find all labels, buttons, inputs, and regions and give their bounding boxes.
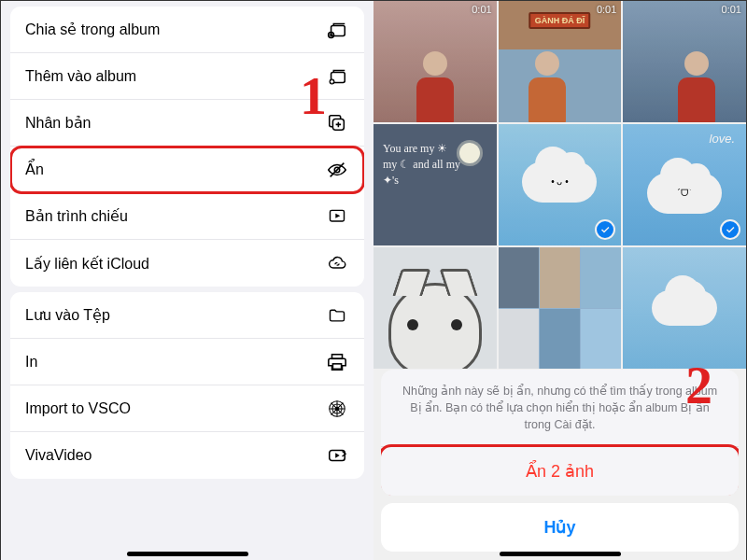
hide-icon: [325, 158, 349, 182]
duplicate-icon: [325, 111, 349, 135]
vsco-icon: [325, 397, 349, 421]
menu-item-label: Import to VSCO: [25, 400, 131, 417]
hide-item[interactable]: Ẩn: [10, 147, 364, 193]
share-album-item[interactable]: Chia sẻ trong album: [10, 7, 364, 53]
menu-item-label: Lưu vào Tệp: [25, 306, 110, 324]
menu-item-label: Lấy liên kết iCloud: [25, 255, 149, 273]
icloud-link-item[interactable]: Lấy liên kết iCloud: [10, 240, 364, 287]
vivavideo-icon: [325, 443, 349, 468]
menu-item-label: Chia sẻ trong album: [25, 21, 160, 38]
menu-item-label: Bản trình chiếu: [25, 207, 128, 225]
print-item[interactable]: In: [10, 339, 364, 385]
menu-item-label: Thêm vào album: [25, 68, 136, 85]
home-indicator: [127, 552, 248, 556]
icloud-link-icon: [325, 251, 349, 275]
step-marker-1: 1: [300, 64, 327, 127]
step-marker-2: 2: [685, 354, 712, 416]
folder-icon: [325, 303, 349, 328]
photo-grid-pane: 0:01 0:01 GÀNH ĐÁ ĐĨ 0:01 You are my ☀ m…: [374, 1, 746, 560]
actionsheet-overlay: Những ảnh này sẽ bị ẩn, nhưng có thể tìm…: [374, 1, 746, 560]
cancel-button[interactable]: Hủy: [381, 503, 739, 552]
album-add-icon: [325, 64, 349, 89]
import-vsco-item[interactable]: Import to VSCO: [10, 385, 364, 432]
menu-item-label: Ẩn: [25, 161, 44, 178]
svg-rect-8: [332, 363, 341, 369]
hide-photos-button[interactable]: Ẩn 2 ảnh: [381, 447, 739, 496]
save-to-files-item[interactable]: Lưu vào Tệp: [10, 292, 364, 339]
share-sheet-group-2: Lưu vào Tệp In Import to VSCO VivaVideo: [10, 292, 364, 479]
menu-item-label: Nhân bản: [25, 114, 92, 132]
menu-item-label: In: [25, 354, 37, 371]
album-share-icon: [325, 18, 349, 42]
print-icon: [325, 350, 349, 374]
slideshow-icon: [325, 204, 349, 229]
slideshow-item[interactable]: Bản trình chiếu: [10, 193, 364, 240]
share-sheet-pane: Chia sẻ trong album Thêm vào album Nhân …: [1, 1, 374, 560]
menu-item-label: VivaVideo: [25, 447, 92, 464]
vivavideo-item[interactable]: VivaVideo: [10, 432, 364, 479]
home-indicator: [500, 552, 621, 556]
share-sheet-group-1: Chia sẻ trong album Thêm vào album Nhân …: [10, 7, 364, 287]
